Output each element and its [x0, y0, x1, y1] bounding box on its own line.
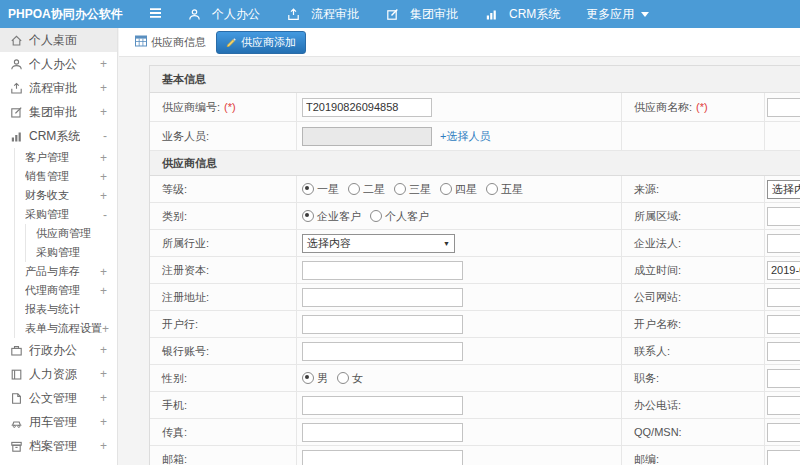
sidebar-item-flow-approval[interactable]: 流程审批 +: [0, 76, 117, 100]
tab-label: 供应商信息: [151, 35, 206, 50]
sidebar-item-purchase[interactable]: 采购管理: [26, 243, 117, 262]
bank-account-input[interactable]: [302, 342, 463, 361]
sidebar-item-purchase-mgmt[interactable]: 采购管理 -: [15, 205, 117, 224]
radio-level-4[interactable]: 四星: [440, 182, 477, 197]
table-icon: [135, 35, 147, 49]
sidebar-item-customer-mgmt[interactable]: 客户管理 +: [15, 148, 117, 167]
expand-plus-icon[interactable]: +: [100, 284, 113, 298]
app-logo: PHPOA协同办公软件: [0, 6, 140, 23]
radio-category-enterprise[interactable]: 企业客户: [302, 209, 361, 224]
expand-plus-icon[interactable]: +: [100, 189, 113, 203]
radio-level-5[interactable]: 五星: [486, 182, 523, 197]
category-radio-group: 企业客户 个人客户: [297, 203, 622, 229]
expand-plus-icon[interactable]: +: [100, 415, 113, 429]
expand-plus-icon[interactable]: +: [100, 391, 113, 405]
sidebar-item-personal-office[interactable]: 个人办公 +: [0, 52, 117, 76]
sidebar-item-vehicle-mgmt[interactable]: 用车管理 +: [0, 410, 117, 434]
staff-label: 业务人员:: [150, 122, 297, 150]
edit-icon: [9, 105, 23, 119]
zipcode-input[interactable]: [767, 450, 800, 465]
topnav-more-apps[interactable]: 更多应用: [586, 6, 649, 23]
expand-plus-icon[interactable]: +: [100, 170, 113, 184]
office-phone-input[interactable]: [767, 396, 800, 415]
briefcase-icon: [9, 343, 23, 357]
radio-level-1[interactable]: 一星: [302, 182, 339, 197]
sidebar-item-sales-mgmt[interactable]: 销售管理 +: [15, 167, 117, 186]
sidebar-item-document-mgmt[interactable]: 公文管理 +: [0, 386, 117, 410]
expand-plus-icon[interactable]: +: [100, 151, 113, 165]
sidebar-item-reports-stats[interactable]: 报表与统计: [15, 300, 117, 319]
fax-label: 传真:: [150, 419, 297, 445]
sidebar-item-archive-mgmt[interactable]: 档案管理 +: [0, 434, 117, 458]
collapse-minus-icon[interactable]: -: [103, 208, 113, 222]
radio-gender-female[interactable]: 女: [337, 371, 363, 386]
radio-icon: [394, 183, 406, 195]
region-input[interactable]: [767, 207, 800, 226]
topnav-crm-system[interactable]: CRM系统: [484, 6, 560, 23]
radio-category-personal[interactable]: 个人客户: [370, 209, 429, 224]
tab-supplier-add[interactable]: 供应商添加: [216, 31, 306, 54]
sidebar-item-human-resources[interactable]: 人力资源 +: [0, 362, 117, 386]
capital-label: 注册资本:: [150, 257, 297, 283]
contact-input[interactable]: [767, 342, 800, 361]
fax-input[interactable]: [302, 423, 463, 442]
expand-plus-icon[interactable]: +: [100, 57, 113, 71]
supplier-no-input[interactable]: [302, 98, 432, 117]
account-name-input[interactable]: [767, 315, 800, 334]
job-title-input[interactable]: [767, 369, 800, 388]
flow-icon: [9, 81, 23, 95]
sidebar-item-label: 采购管理: [36, 245, 80, 260]
radio-gender-male[interactable]: 男: [302, 371, 328, 386]
expand-plus-icon[interactable]: +: [100, 105, 113, 119]
capital-input[interactable]: [302, 261, 463, 280]
sidebar-item-finance[interactable]: 财务收支 +: [15, 186, 117, 205]
expand-plus-icon[interactable]: +: [100, 367, 113, 381]
legal-person-input[interactable]: [767, 234, 800, 253]
sidebar-item-label: 客户管理: [25, 150, 69, 165]
level-radio-group: 一星 二星 三星 四星 五星: [297, 176, 622, 202]
topnav-personal-office[interactable]: 个人办公: [187, 6, 260, 23]
reg-address-input[interactable]: [302, 288, 463, 307]
radio-icon: [348, 183, 360, 195]
bank-input[interactable]: [302, 315, 463, 334]
supplier-no-label: 供应商编号:(*): [150, 93, 297, 121]
crm-submenu: 客户管理 + 销售管理 + 财务收支 + 采购管理 - 供应商管理 采购管理: [14, 148, 117, 338]
expand-plus-icon[interactable]: +: [100, 265, 113, 279]
app-window: PHPOA协同办公软件 个人办公 流程审批: [0, 0, 800, 465]
mobile-input[interactable]: [302, 396, 463, 415]
sidebar-item-label: CRM系统: [29, 128, 80, 145]
supplier-name-input[interactable]: [767, 98, 800, 117]
website-input[interactable]: [767, 288, 800, 307]
choose-staff-link[interactable]: +选择人员: [440, 129, 490, 144]
expand-plus-icon[interactable]: +: [100, 343, 113, 357]
account-name-label: 开户名称:: [622, 311, 765, 337]
tab-supplier-info[interactable]: 供应商信息: [135, 35, 206, 50]
sidebar-item-admin-office[interactable]: 行政办公 +: [0, 338, 117, 362]
sidebar-item-crm-system[interactable]: CRM系统 -: [0, 124, 117, 148]
sidebar-item-group-approval[interactable]: 集团审批 +: [0, 100, 117, 124]
staff-input[interactable]: [302, 127, 432, 146]
radio-level-2[interactable]: 二星: [348, 182, 385, 197]
radio-level-3[interactable]: 三星: [394, 182, 431, 197]
expand-plus-icon[interactable]: +: [100, 81, 113, 95]
expand-plus-icon[interactable]: +: [100, 439, 113, 453]
topnav-flow-approval[interactable]: 流程审批: [286, 6, 359, 23]
founded-date-input[interactable]: [767, 261, 800, 280]
collapse-minus-icon[interactable]: -: [103, 129, 113, 143]
sidebar-item-supplier-mgmt[interactable]: 供应商管理: [26, 224, 117, 243]
industry-select[interactable]: 选择内容▼: [302, 234, 455, 253]
sidebar-item-product-inventory[interactable]: 产品与库存 +: [15, 262, 117, 281]
sidebar-item-label: 集团审批: [29, 104, 77, 121]
section-header-supplier-info: 供应商信息: [150, 151, 800, 176]
expand-plus-icon[interactable]: +: [102, 322, 109, 336]
source-select[interactable]: 选择内容▼: [767, 180, 800, 199]
qq-msn-input[interactable]: [767, 423, 800, 442]
sidebar-toggle-button[interactable]: [148, 6, 163, 22]
sidebar-item-form-flow-settings[interactable]: 表单与流程设置 +: [15, 319, 117, 338]
topnav-group-approval[interactable]: 集团审批: [385, 6, 458, 23]
sidebar-item-agent-mgmt[interactable]: 代理商管理 +: [15, 281, 117, 300]
email-input[interactable]: [302, 450, 463, 465]
gender-label: 性别:: [150, 365, 297, 391]
sidebar-item-label: 个人桌面: [29, 32, 77, 49]
sidebar-item-personal-desktop[interactable]: 个人桌面: [0, 28, 117, 52]
